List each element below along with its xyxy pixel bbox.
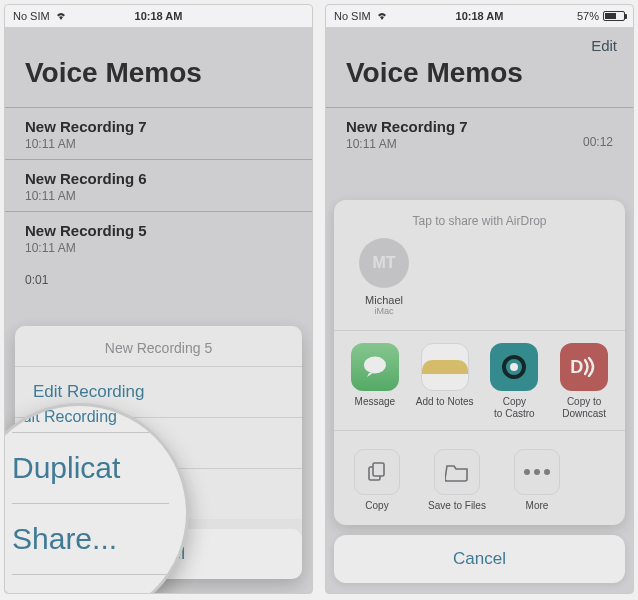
app-content: Edit Voice Memos New Recording 7 10:11 A… — [326, 27, 633, 593]
action-label: Save to Files — [428, 500, 486, 511]
status-time: 10:18 AM — [135, 10, 183, 22]
svg-rect-4 — [373, 463, 384, 476]
action-more[interactable]: More — [504, 449, 570, 511]
airdrop-header: Tap to share with AirDrop — [334, 210, 625, 238]
status-bar: No SIM 10:18 AM — [5, 5, 312, 27]
carrier-text: No SIM — [13, 10, 50, 22]
battery-icon — [603, 11, 625, 21]
share-sheet: Tap to share with AirDrop MT Michael iMa… — [334, 200, 625, 583]
airdrop-target[interactable]: MT Michael iMac — [352, 238, 416, 316]
action-label: More — [526, 500, 549, 511]
share-app-label: Copy to Castro — [494, 396, 535, 420]
notes-icon — [421, 343, 469, 391]
carrier-text: No SIM — [334, 10, 371, 22]
share-app-label: Add to Notes — [416, 396, 474, 408]
phone-right: No SIM 10:18 AM 57% Edit Voice Memos New… — [325, 4, 634, 594]
mag-share: Share... — [12, 504, 186, 574]
message-icon — [351, 343, 399, 391]
action-save-to-files[interactable]: Save to Files — [424, 449, 490, 511]
share-app-castro[interactable]: Copy to Castro — [482, 343, 546, 420]
share-app-message[interactable]: Message — [343, 343, 407, 420]
sheet-title: New Recording 5 — [15, 326, 302, 366]
wifi-icon — [54, 11, 68, 21]
copy-icon — [354, 449, 400, 495]
share-app-notes[interactable]: Add to Notes — [413, 343, 477, 420]
svg-point-2 — [510, 363, 518, 371]
share-app-downcast[interactable]: D Copy to Downcast — [552, 343, 616, 420]
status-time: 10:18 AM — [456, 10, 504, 22]
svg-point-0 — [364, 357, 386, 374]
wifi-icon — [375, 11, 389, 21]
app-content: Voice Memos New Recording 7 10:11 AM New… — [5, 27, 312, 593]
castro-icon — [490, 343, 538, 391]
status-bar: No SIM 10:18 AM 57% — [326, 5, 633, 27]
share-app-label: Copy to Downcast — [562, 396, 606, 420]
airdrop-name: Michael — [365, 294, 403, 306]
more-icon — [514, 449, 560, 495]
mag-duplicate: Duplicat — [12, 433, 186, 503]
share-app-label: Message — [355, 396, 396, 408]
battery-percent: 57% — [577, 10, 599, 22]
downcast-icon: D — [560, 343, 608, 391]
action-copy[interactable]: Copy — [344, 449, 410, 511]
folder-icon — [434, 449, 480, 495]
cancel-button[interactable]: Cancel — [334, 535, 625, 583]
phone-left: No SIM 10:18 AM Voice Memos New Recordin… — [4, 4, 313, 594]
airdrop-device: iMac — [374, 306, 393, 316]
avatar-icon: MT — [359, 238, 409, 288]
action-label: Copy — [365, 500, 388, 511]
